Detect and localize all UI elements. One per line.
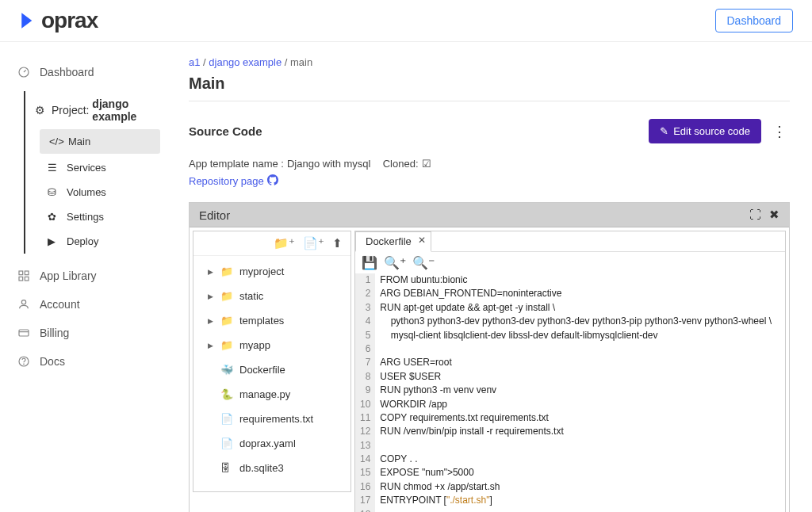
docker-icon: 🐳 (220, 364, 233, 376)
code-icon: </> (49, 136, 60, 147)
github-icon (267, 174, 278, 188)
file-tree-item[interactable]: 📄requirements.txt (193, 407, 350, 431)
sidebar-item-dashboard[interactable]: Dashboard (0, 58, 167, 86)
editor-tab-dockerfile[interactable]: Dockerfile ✕ (355, 231, 431, 252)
card-icon (17, 327, 30, 339)
project-icon: ⚙ (35, 104, 45, 117)
sidebar-label: Dashboard (40, 66, 94, 78)
project-name: django example (92, 97, 165, 123)
svg-rect-2 (25, 271, 29, 275)
brand-logo[interactable]: oprax (19, 8, 98, 33)
disk-icon: ⛁ (48, 186, 59, 198)
zoom-in-icon[interactable]: 🔍⁺ (384, 255, 406, 270)
play-icon: ▶ (48, 235, 59, 247)
sidebar-label: Project: (52, 104, 89, 117)
svg-rect-4 (25, 277, 29, 281)
sidebar-item-project[interactable]: ⚙ Project: django example (33, 91, 167, 128)
folder-icon: 📁 (220, 315, 233, 327)
grid-icon (17, 269, 30, 282)
sidebar: Dashboard ⚙ Project: django example </> … (0, 42, 167, 512)
svg-rect-1 (19, 271, 23, 275)
file-tree: 📁⁺ 📄⁺ ⬆ ▶📁myproject▶📁static▶📁templates▶📁… (193, 231, 351, 492)
file-tree-item[interactable]: 🐍manage.py (193, 382, 350, 407)
sidebar-sub-volumes[interactable]: ⛁ Volumes (33, 180, 167, 204)
more-menu-button[interactable]: ⋮ (769, 123, 790, 140)
save-icon[interactable]: 💾 (362, 255, 377, 270)
sidebar-sub-main[interactable]: </> Main (40, 129, 160, 154)
new-file-icon[interactable]: 📄⁺ (303, 236, 324, 250)
sidebar-item-applib[interactable]: App Library (0, 262, 167, 290)
file-tree-item[interactable]: 🐳Dockerfile (193, 357, 350, 382)
file-tree-item[interactable]: ▶📁myproject (193, 259, 350, 284)
upload-icon[interactable]: ⬆ (332, 236, 343, 250)
dashboard-button[interactable]: Dashboard (715, 9, 794, 32)
stack-icon: ☰ (48, 162, 59, 174)
breadcrumb: a1 / django example / main (189, 56, 790, 68)
gauge-icon (17, 66, 30, 78)
code-editor[interactable]: 123456789101112131415161718 FROM ubuntu:… (355, 273, 785, 512)
check-icon: ☑ (422, 158, 431, 170)
crumb-c: main (290, 56, 312, 68)
file-tree-item[interactable]: ▶📁templates (193, 308, 350, 333)
gear-icon: ✿ (48, 211, 59, 223)
file-tree-item[interactable]: ▶📁static (193, 284, 350, 308)
crumb-b[interactable]: django example (209, 56, 282, 68)
new-folder-icon[interactable]: 📁⁺ (274, 236, 295, 250)
user-icon (17, 298, 30, 311)
fullscreen-icon[interactable]: ⛶ (749, 208, 761, 222)
file-icon: 📄 (220, 437, 233, 449)
folder-icon: 📁 (220, 339, 233, 351)
svg-point-8 (24, 364, 25, 365)
sidebar-item-account[interactable]: Account (0, 290, 167, 319)
sidebar-sub-settings[interactable]: ✿ Settings (33, 204, 167, 229)
section-title: Source Code (189, 124, 262, 138)
db-icon: 🗄 (220, 462, 233, 474)
close-editor-icon[interactable]: ✖ (769, 208, 779, 222)
editor-panel: Editor ⛶ ✖ 📁⁺ 📄⁺ ⬆ ▶📁myproject▶📁static▶📁… (189, 202, 790, 512)
sidebar-item-docs[interactable]: Docs (0, 347, 167, 376)
svg-point-5 (21, 300, 25, 304)
sidebar-sub-services[interactable]: ☰ Services (33, 155, 167, 180)
edit-source-button[interactable]: ✎ Edit source code (649, 119, 761, 143)
repo-link[interactable]: Repository page (189, 174, 278, 188)
crumb-a[interactable]: a1 (189, 56, 200, 68)
edit-icon: ✎ (660, 125, 668, 137)
svg-rect-6 (19, 330, 29, 336)
zoom-out-icon[interactable]: 🔍⁻ (412, 255, 435, 270)
python-icon: 🐍 (220, 388, 233, 400)
folder-icon: 📁 (220, 290, 233, 302)
close-tab-icon[interactable]: ✕ (418, 235, 426, 246)
folder-icon: 📁 (220, 266, 233, 277)
file-tree-item[interactable]: ▶📁myapp (193, 333, 350, 357)
svg-rect-3 (19, 277, 23, 281)
file-icon: 📄 (220, 413, 233, 425)
file-tree-item[interactable]: 📄doprax.yaml (193, 431, 350, 456)
help-icon (17, 355, 30, 368)
template-meta: App template name : Django with mysql Cl… (189, 158, 790, 170)
editor-title: Editor (199, 208, 230, 222)
file-tree-item[interactable]: 🗄db.sqlite3 (193, 456, 350, 480)
sidebar-item-billing[interactable]: Billing (0, 319, 167, 347)
sidebar-sub-deploy[interactable]: ▶ Deploy (33, 229, 167, 254)
page-title: Main (189, 75, 790, 93)
